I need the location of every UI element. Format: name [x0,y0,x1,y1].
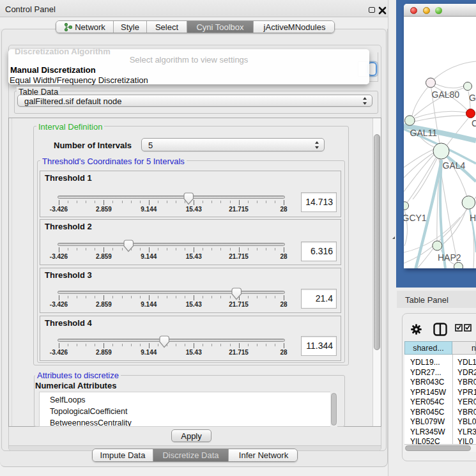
svg-text:C: C [472,118,476,128]
svg-text:GAL4: GAL4 [443,160,466,171]
svg-text:GAL80: GAL80 [432,89,460,100]
svg-text:GAL11: GAL11 [410,128,438,138]
svg-text:H: H [470,213,476,223]
svg-text:GA: GA [469,93,476,103]
svg-text:HAP2: HAP2 [438,252,461,263]
svg-text:GCY1: GCY1 [404,213,427,223]
